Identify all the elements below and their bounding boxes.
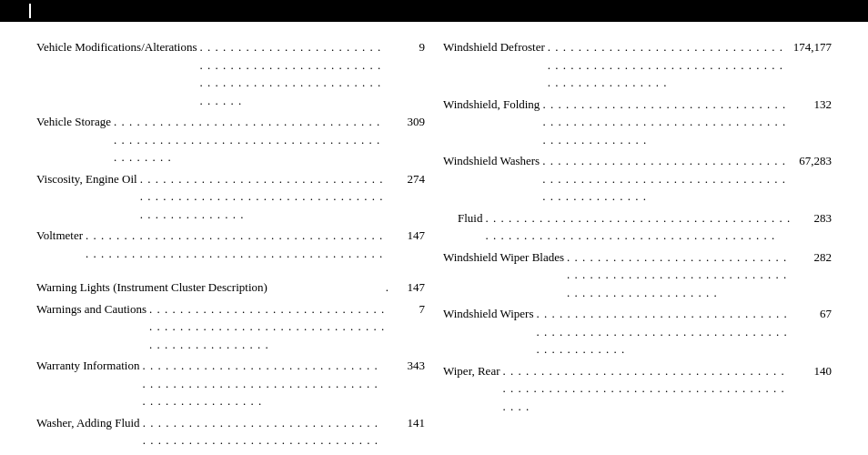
page: Vehicle Modifications/Alterations . . . … <box>0 0 868 455</box>
entry-page: 132 <box>795 96 832 114</box>
entry-label: Windshield Defroster <box>443 38 545 56</box>
entry-label: Windshield Wipers <box>443 305 533 323</box>
entry-page: 9 <box>389 38 425 56</box>
index-entry: Washer, Adding Fluid . . . . . . . . . .… <box>36 414 425 456</box>
entry-dots: . . . . . . . . . . . . . . . . . . . . … <box>548 38 791 92</box>
index-entry: Viscosity, Engine Oil . . . . . . . . . … <box>36 170 425 224</box>
entry-label: Windshield Wiper Blades <box>443 248 564 267</box>
entry-dots: . . . . . . . . . . . . . . . . . . . . … <box>114 113 386 167</box>
spacer <box>36 266 425 278</box>
entry-label: Warnings and Cautions <box>36 300 146 318</box>
index-entry: Windshield, Folding . . . . . . . . . . … <box>443 96 832 149</box>
index-entry: Windshield Wipers . . . . . . . . . . . … <box>443 305 832 359</box>
index-entry: Fluid . . . . . . . . . . . . . . . . . … <box>443 209 832 245</box>
entry-page: 343 <box>389 357 425 375</box>
entry-dots: . . . . . . . . . . . . . . . . . . . . … <box>542 96 792 149</box>
entry-label: Fluid <box>458 209 482 228</box>
entry-label: Warning Lights (Instrument Cluster Descr… <box>36 278 386 297</box>
entry-label: Washer, Adding Fluid <box>36 414 140 432</box>
header-divider <box>29 4 31 18</box>
entry-dots: . . . . . . . . . . . . . . . . . . . . … <box>502 362 792 416</box>
entry-page: 274 <box>389 170 425 188</box>
index-entry: Voltmeter . . . . . . . . . . . . . . . … <box>36 227 425 262</box>
index-entry: Vehicle Storage . . . . . . . . . . . . … <box>36 113 425 167</box>
index-entry: Windshield Wiper Blades . . . . . . . . … <box>443 248 832 302</box>
entry-page: 174,177 <box>793 38 832 56</box>
entry-page: 7 <box>389 300 425 318</box>
entry-dots: . . . . . . . . . . . . . . . . . . . . … <box>200 38 386 109</box>
entry-label: Windshield Washers <box>443 152 540 170</box>
entry-dots: . . . . . . . . . . . . . . . . . . . . … <box>140 170 386 224</box>
index-entry: Warnings and Cautions . . . . . . . . . … <box>36 300 425 354</box>
index-entry: Warranty Information . . . . . . . . . .… <box>36 357 425 410</box>
index-entry: Windshield Defroster . . . . . . . . . .… <box>443 38 832 92</box>
entry-page: 147 <box>389 227 425 245</box>
entry-label: Warranty Information <box>36 357 139 375</box>
entry-page: 141 <box>389 414 425 432</box>
entry-dots: . . . . . . . . . . . . . . . . . . . . … <box>143 414 386 456</box>
index-entry: Windshield Washers . . . . . . . . . . .… <box>443 152 832 206</box>
page-header <box>0 0 868 22</box>
entry-page: 67 <box>795 305 832 323</box>
entry-label: Wiper, Rear <box>443 362 500 380</box>
right-column: Windshield Defroster . . . . . . . . . .… <box>443 38 832 455</box>
entry-page: 309 <box>389 113 425 131</box>
left-column: Vehicle Modifications/Alterations . . . … <box>36 38 425 455</box>
entry-page: 147 <box>389 278 425 297</box>
entry-dots: . . . . . . . . . . . . . . . . . . . . … <box>542 152 792 206</box>
entry-page: 140 <box>795 362 832 380</box>
entry-label: Windshield, Folding <box>443 96 540 114</box>
entry-dots: . . . . . . . . . . . . . . . . . . . . … <box>142 357 386 410</box>
entry-label: Vehicle Storage <box>36 113 111 131</box>
entry-page: 283 <box>795 209 832 228</box>
index-entry: Vehicle Modifications/Alterations . . . … <box>36 38 425 109</box>
entry-label: Viscosity, Engine Oil <box>36 170 137 188</box>
index-content: Vehicle Modifications/Alterations . . . … <box>0 38 868 455</box>
entry-page: 282 <box>795 248 832 267</box>
index-entry: Warning Lights (Instrument Cluster Descr… <box>36 278 425 297</box>
entry-dots: . . . . . . . . . . . . . . . . . . . . … <box>149 300 386 354</box>
entry-dots: . . . . . . . . . . . . . . . . . . . . … <box>536 305 792 359</box>
entry-dots: . . . . . . . . . . . . . . . . . . . . … <box>485 209 792 245</box>
entry-label: Vehicle Modifications/Alterations <box>36 38 197 56</box>
entry-dots: . . . . . . . . . . . . . . . . . . . . … <box>567 248 792 302</box>
index-entry: Wiper, Rear . . . . . . . . . . . . . . … <box>443 362 832 416</box>
entry-label: Voltmeter <box>36 227 83 245</box>
entry-dots: . . . . . . . . . . . . . . . . . . . . … <box>86 227 386 262</box>
entry-page: 67,283 <box>795 152 832 170</box>
